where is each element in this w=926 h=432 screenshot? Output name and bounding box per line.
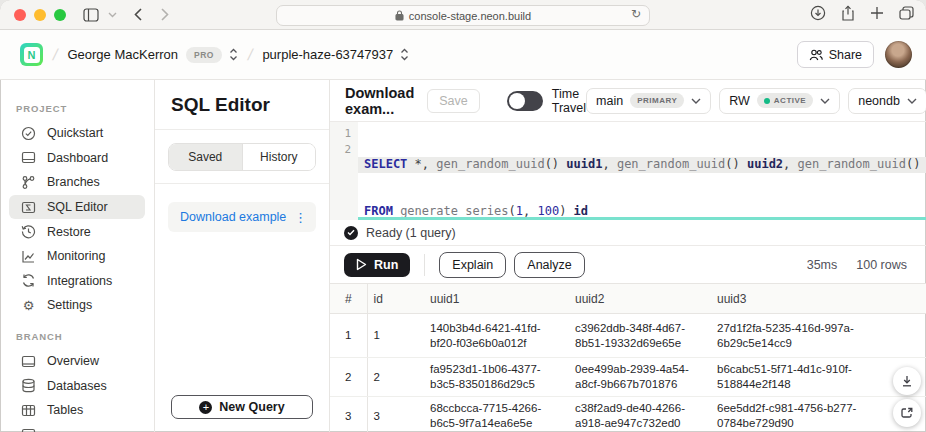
code-editor[interactable]: 1 2 SELECT *, gen_random_uuid() uuid1, g… — [330, 122, 926, 217]
toggle-knob — [509, 93, 525, 109]
code-line-2[interactable]: FROM generate_series(1, 100) id — [358, 204, 926, 218]
sidebar-item-branches[interactable]: Branches — [9, 170, 145, 195]
downloads-icon[interactable] — [810, 5, 826, 25]
sidebar-item-integrations[interactable]: Integrations — [9, 269, 145, 294]
share-page-icon[interactable] — [841, 5, 855, 25]
column-header-id[interactable]: id — [367, 284, 418, 314]
sidebar-item-monitoring[interactable]: Monitoring — [9, 244, 145, 269]
sidebar-item-databases[interactable]: Databases — [9, 373, 145, 398]
sidebar-item-dashboard[interactable]: Dashboard — [9, 146, 145, 171]
neon-logo-icon[interactable]: N — [20, 43, 43, 66]
breadcrumb-account[interactable]: George MacKerron — [67, 47, 178, 62]
plan-badge: PRO — [186, 47, 222, 63]
check-circle-icon — [21, 126, 36, 141]
window-icon — [21, 150, 36, 165]
active-dot-icon — [764, 98, 770, 104]
analyze-button[interactable]: Analyze — [514, 252, 584, 278]
page-title: SQL Editor — [155, 80, 329, 130]
sidebar-item-overview[interactable]: Overview — [9, 349, 145, 374]
account-selector-icon[interactable] — [229, 48, 238, 61]
window-icon — [21, 354, 36, 369]
new-tab-icon[interactable] — [870, 6, 884, 24]
sidebar-item-sql-editor[interactable]: SQL Editor — [9, 195, 145, 220]
row-count: 100 rows — [856, 258, 907, 272]
address-bar[interactable]: console-stage.neon.build ↻ — [276, 5, 650, 26]
code-lines[interactable]: SELECT *, gen_random_uuid() uuid1, gen_r… — [358, 122, 926, 217]
tab-overview-icon[interactable] — [899, 6, 914, 24]
chevron-down-icon — [820, 98, 830, 104]
close-window-button[interactable] — [14, 9, 26, 21]
sidebar-toggle-icon[interactable] — [83, 8, 99, 22]
minimize-window-button[interactable] — [34, 9, 46, 21]
query-title: Download exam... — [345, 85, 414, 117]
browser-chrome: console-stage.neon.build ↻ — [0, 0, 926, 30]
zoom-window-button[interactable] — [54, 9, 66, 21]
forward-button-icon[interactable] — [161, 8, 169, 21]
table-header-row: # id uuid1 uuid2 uuid3 — [330, 284, 926, 314]
tab-history[interactable]: History — [242, 144, 316, 170]
people-icon — [809, 49, 823, 61]
sidebar-item-tables[interactable]: Tables — [9, 398, 145, 423]
database-select[interactable]: neondb — [848, 88, 926, 114]
share-button[interactable]: Share — [797, 41, 874, 68]
sidebar-item-settings[interactable]: ⚙ Settings — [9, 293, 145, 318]
database-icon — [21, 378, 36, 393]
explain-button[interactable]: Explain — [439, 252, 506, 278]
sidebar-item-partial[interactable] — [9, 423, 145, 432]
editor-main: Download exam... Save Time Travel main P… — [330, 80, 926, 432]
tab-saved[interactable]: Saved — [169, 144, 242, 170]
window-controls[interactable] — [14, 9, 66, 21]
sql-editor-icon — [21, 200, 36, 215]
table-row[interactable]: 2 2 fa9523d1-1b06-4377-b3c5-8350186d29c5… — [330, 358, 926, 397]
avatar[interactable] — [885, 41, 912, 68]
time-travel-toggle[interactable] — [507, 91, 543, 111]
panel-divider — [155, 183, 329, 184]
expand-icon — [900, 406, 914, 420]
query-actions: Run Explain Analyze 35ms 100 rows — [330, 246, 926, 283]
column-header-uuid2[interactable]: uuid2 — [563, 284, 705, 314]
plus-circle-icon: + — [199, 401, 212, 414]
column-header-index[interactable]: # — [330, 284, 367, 314]
column-header-uuid1[interactable]: uuid1 — [418, 284, 563, 314]
download-results-button[interactable] — [893, 367, 921, 395]
results-table: # id uuid1 uuid2 uuid3 1 1 140b3b4d-6421… — [330, 283, 926, 432]
results-table-container: # id uuid1 uuid2 uuid3 1 1 140b3b4d-6421… — [330, 283, 926, 432]
sidebar-chevron-icon[interactable] — [108, 12, 117, 18]
sidebar-item-restore[interactable]: Restore — [9, 219, 145, 244]
editor-toolbar: Download exam... Save Time Travel main P… — [330, 80, 926, 122]
run-button[interactable]: Run — [344, 253, 410, 277]
save-button[interactable]: Save — [427, 89, 480, 113]
kebab-menu-icon[interactable]: ⋮ — [294, 210, 307, 225]
query-duration: 35ms — [807, 258, 838, 272]
breadcrumb-divider: / — [51, 46, 59, 64]
chevron-down-icon — [907, 98, 917, 104]
history-clock-icon — [21, 224, 36, 239]
gear-icon: ⚙ — [21, 298, 36, 313]
saved-query-item[interactable]: Download example ⋮ — [168, 202, 316, 232]
breadcrumb-project[interactable]: purple-haze-63747937 — [262, 47, 393, 62]
actions-divider — [424, 254, 425, 276]
branch-select[interactable]: main PRIMARY — [586, 88, 711, 114]
line-number: 2 — [330, 142, 351, 158]
sidebar: PROJECT Quickstart Dashboard Branches SQ… — [0, 80, 155, 432]
browser-window: console-stage.neon.build ↻ N / George Ma… — [0, 0, 926, 432]
column-header-uuid3[interactable]: uuid3 — [705, 284, 926, 314]
partial-icon — [21, 427, 36, 432]
play-icon — [356, 258, 367, 271]
table-row[interactable]: 1 1 140b3b4d-6421-41fd-bf20-f03e6b0a012f… — [330, 314, 926, 358]
back-button-icon[interactable] — [134, 8, 142, 21]
breadcrumb-divider: / — [246, 46, 254, 64]
compute-select[interactable]: RW ACTIVE — [719, 88, 840, 114]
new-query-button[interactable]: + New Query — [171, 395, 313, 419]
primary-badge: PRIMARY — [630, 93, 684, 108]
chart-icon — [21, 249, 36, 264]
table-icon — [21, 403, 36, 418]
reload-icon[interactable]: ↻ — [631, 7, 641, 21]
git-branch-icon — [21, 175, 36, 190]
sync-icon — [21, 273, 36, 288]
sidebar-item-quickstart[interactable]: Quickstart — [9, 121, 145, 146]
project-selector-icon[interactable] — [400, 48, 409, 61]
expand-results-button[interactable] — [893, 399, 921, 427]
code-line-1[interactable]: SELECT *, gen_random_uuid() uuid1, gen_r… — [358, 157, 926, 173]
table-row[interactable]: 3 3 68ccbcca-7715-4266-b6c5-9f7a14ea6e5e… — [330, 397, 926, 432]
